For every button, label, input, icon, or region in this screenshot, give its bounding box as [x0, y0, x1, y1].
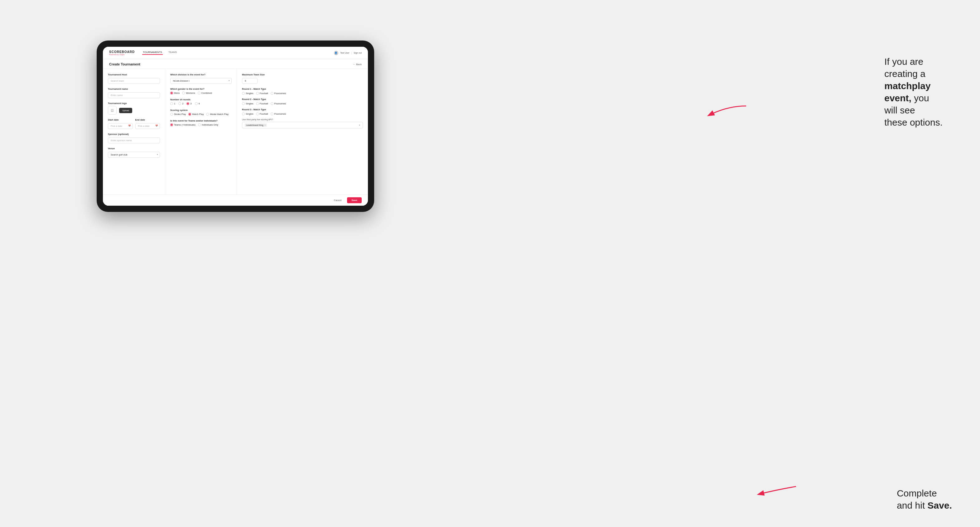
- stroke-play-radio-btn[interactable]: [170, 113, 173, 116]
- r3-fourball-btn[interactable]: [256, 113, 259, 115]
- round2-singles[interactable]: Singles: [242, 102, 253, 105]
- round3-fourball[interactable]: Fourball: [256, 113, 268, 115]
- api-label: Use third-party live scoring API?: [242, 118, 363, 121]
- r1-foursomes-btn[interactable]: [270, 92, 274, 95]
- api-remove-icon[interactable]: ×: [264, 124, 266, 127]
- r3-singles-btn[interactable]: [242, 113, 245, 115]
- individuals-only[interactable]: Individuals Only: [198, 124, 218, 126]
- sponsor-group: Sponsor (optional): [108, 133, 160, 143]
- save-button[interactable]: Save: [347, 197, 362, 203]
- cancel-button[interactable]: Cancel: [331, 197, 345, 203]
- scoring-medal-match-play[interactable]: Medal Match Play: [206, 113, 229, 116]
- upload-button[interactable]: Upload: [119, 108, 132, 113]
- r3-foursomes-btn[interactable]: [270, 113, 274, 115]
- venue-select[interactable]: Search golf club: [108, 152, 160, 158]
- annotation-matchplay-bold: matchplayevent,: [884, 81, 931, 103]
- form-columns: Tournament Host Tournament name Tourname…: [103, 69, 368, 194]
- scoring-label: Scoring system: [170, 109, 232, 111]
- r2-fourball-btn[interactable]: [256, 102, 259, 105]
- end-date-wrapper: 📅: [135, 122, 160, 129]
- scoring-match-play[interactable]: Match Play: [188, 113, 204, 116]
- round3-foursomes[interactable]: Foursomes: [270, 113, 286, 115]
- womens-label: Womens: [186, 92, 195, 94]
- r2-foursomes-btn[interactable]: [270, 102, 274, 105]
- stroke-play-label: Stroke Play: [174, 113, 186, 116]
- date-group: Start date 📅 End date 📅: [108, 118, 160, 129]
- gender-combined[interactable]: Combined: [198, 92, 212, 94]
- start-date-wrapper: 📅: [108, 122, 133, 129]
- womens-radio-btn[interactable]: [182, 92, 185, 94]
- round-3[interactable]: 3: [186, 102, 191, 105]
- round2-match-type: Round 2 - Match Type Singles Fourball: [242, 98, 363, 105]
- gender-group: Which gender is the event for? Mens Wome…: [170, 87, 232, 94]
- mens-radio-btn[interactable]: [170, 92, 173, 94]
- r1-fourball-label: Fourball: [260, 92, 268, 95]
- round-2[interactable]: 2: [178, 102, 183, 105]
- round2-fourball[interactable]: Fourball: [256, 102, 268, 105]
- round3-singles[interactable]: Singles: [242, 113, 253, 115]
- teams-group: Is this event for Teams and/or Individua…: [170, 119, 232, 126]
- venue-group: Venue Search golf club ▾: [108, 147, 160, 158]
- gender-womens[interactable]: Womens: [182, 92, 195, 94]
- combined-radio-btn[interactable]: [198, 92, 200, 94]
- round1-match-type: Round 1 - Match Type Singles Fourball: [242, 87, 363, 95]
- round-4[interactable]: 4: [195, 102, 200, 105]
- round-1[interactable]: 1: [170, 102, 175, 105]
- round3-radio-btn[interactable]: [186, 102, 189, 105]
- round1-radio-btn[interactable]: [170, 102, 173, 105]
- api-tag: Leaderboard King ×: [245, 124, 267, 127]
- nav-teams[interactable]: TEAMS: [168, 51, 178, 55]
- logo-sub: Powered by clippit: [109, 54, 135, 56]
- api-chevron-icon: ▾: [359, 124, 360, 127]
- round2-radio-btn[interactable]: [178, 102, 181, 105]
- individuals-only-radio-btn[interactable]: [198, 124, 201, 126]
- annotation-matchplay: If you are creating a matchplayevent, yo…: [884, 56, 943, 129]
- gender-label: Which gender is the event for?: [170, 87, 232, 90]
- r1-foursomes-label: Foursomes: [274, 92, 286, 95]
- round1-label: 1: [174, 102, 175, 105]
- back-button[interactable]: ← Back: [353, 63, 362, 66]
- teams-label: Is this event for Teams and/or Individua…: [170, 119, 232, 122]
- mens-label: Mens: [174, 92, 180, 94]
- api-select-wrapper[interactable]: Leaderboard King × ▾: [242, 122, 363, 129]
- scoring-stroke-play[interactable]: Stroke Play: [170, 113, 186, 116]
- gender-mens[interactable]: Mens: [170, 92, 180, 94]
- user-name: Test User: [340, 52, 350, 54]
- nav-bar: SCOREBOARD Powered by clippit TOURNAMENT…: [103, 47, 368, 59]
- scoring-group: Scoring system Stroke Play Match Play: [170, 109, 232, 116]
- sponsor-input[interactable]: [108, 137, 160, 143]
- round1-fourball[interactable]: Fourball: [256, 92, 268, 95]
- tournament-name-group: Tournament name: [108, 87, 160, 98]
- medal-match-play-radio-btn[interactable]: [206, 113, 209, 116]
- max-team-size-input[interactable]: [242, 78, 258, 84]
- sign-out-link[interactable]: Sign out: [353, 52, 362, 54]
- round4-radio-btn[interactable]: [195, 102, 198, 105]
- venue-select-wrapper: Search golf club ▾: [108, 151, 160, 158]
- match-play-radio-btn[interactable]: [188, 113, 191, 116]
- calendar-icon-2: 📅: [155, 125, 158, 127]
- annotation-save: Complete and hit Save.: [897, 487, 952, 511]
- round1-foursomes[interactable]: Foursomes: [270, 92, 286, 95]
- tablet-screen: SCOREBOARD Powered by clippit TOURNAMENT…: [103, 47, 368, 206]
- round3-options: Singles Fourball Foursomes: [242, 113, 363, 115]
- tournament-name-input[interactable]: [108, 92, 160, 98]
- round1-singles[interactable]: Singles: [242, 92, 253, 95]
- app-logo: SCOREBOARD Powered by clippit: [109, 51, 135, 56]
- round3-match-type: Round 3 - Match Type Singles Fourball: [242, 108, 363, 115]
- logo-placeholder-box: 🖼: [108, 106, 117, 115]
- teams-plus-radio-btn[interactable]: [170, 124, 173, 126]
- round2-foursomes[interactable]: Foursomes: [270, 102, 286, 105]
- nav-user-area: 👤 Test User | Sign out: [334, 51, 362, 55]
- nav-tournaments[interactable]: TOURNAMENTS: [142, 51, 163, 55]
- page-header: Create Tournament ← Back: [103, 59, 368, 69]
- r2-singles-btn[interactable]: [242, 102, 245, 105]
- r3-foursomes-label: Foursomes: [274, 113, 286, 115]
- match-play-label: Match Play: [192, 113, 204, 116]
- tournament-host-input[interactable]: [108, 78, 160, 84]
- teams-plus-individuals[interactable]: Teams (+Individuals): [170, 124, 196, 126]
- teams-plus-label: Teams (+Individuals): [174, 124, 196, 126]
- r1-singles-btn[interactable]: [242, 92, 245, 95]
- division-select[interactable]: NCAA Division I: [170, 78, 232, 84]
- combined-label: Combined: [201, 92, 212, 94]
- r1-fourball-btn[interactable]: [256, 92, 259, 95]
